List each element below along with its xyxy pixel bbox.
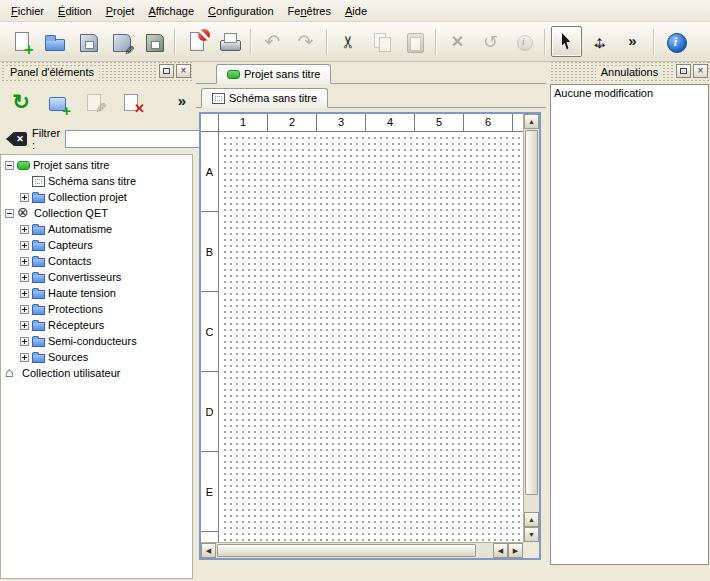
new-element-button[interactable] bbox=[43, 87, 73, 117]
project-tab-label: Projet sans titre bbox=[244, 68, 320, 80]
toolbar-separator bbox=[326, 29, 328, 55]
scroll-left-button[interactable]: ◀ bbox=[201, 543, 216, 558]
tree-item[interactable]: Récepteurs bbox=[1, 317, 192, 333]
expander-icon[interactable] bbox=[5, 209, 14, 218]
delete-element-button[interactable] bbox=[117, 87, 147, 117]
tree-item[interactable]: Automatisme bbox=[1, 221, 192, 237]
tree-item[interactable]: Schéma sans titre bbox=[1, 173, 192, 189]
edit-element-icon bbox=[83, 90, 107, 114]
close-dock-button[interactable]: × bbox=[176, 64, 191, 78]
expander-icon[interactable] bbox=[20, 289, 29, 298]
vertical-scrollbar[interactable]: ▲ ▲ ▼ bbox=[523, 114, 539, 542]
toolbar-overflow-button[interactable] bbox=[617, 26, 648, 57]
folder-icon bbox=[32, 290, 45, 299]
undo-dock-titlebar[interactable]: Annulations × bbox=[549, 62, 710, 81]
horizontal-scroll-thumb[interactable] bbox=[217, 544, 476, 557]
scroll-left-button[interactable]: ◀ bbox=[493, 543, 508, 558]
expander-icon[interactable] bbox=[20, 225, 29, 234]
new-file-button[interactable] bbox=[6, 26, 37, 57]
print-button[interactable] bbox=[214, 26, 245, 57]
toolbar-separator bbox=[174, 29, 176, 55]
about-button[interactable] bbox=[660, 26, 691, 57]
expander-icon[interactable] bbox=[20, 273, 29, 282]
save-button[interactable] bbox=[72, 26, 103, 57]
scroll-right-button[interactable]: ▶ bbox=[508, 543, 523, 558]
scroll-down-button[interactable]: ▼ bbox=[524, 527, 539, 542]
move-tool-button[interactable] bbox=[584, 26, 615, 57]
float-dock-button[interactable] bbox=[159, 64, 174, 78]
column-label: 5 bbox=[415, 114, 464, 131]
tab-schema-sans-titre[interactable]: Schéma sans titre bbox=[201, 88, 328, 108]
tree-item[interactable]: Contacts bbox=[1, 253, 192, 269]
elements-panel-dock: Panel d'éléments × Filtrer : Projet sans… bbox=[0, 62, 193, 581]
copy-button[interactable] bbox=[366, 26, 397, 57]
close-file-button[interactable] bbox=[181, 26, 212, 57]
schema-canvas[interactable] bbox=[220, 133, 523, 542]
tree-item[interactable]: Semi-conducteurs bbox=[1, 333, 192, 349]
schema-icon bbox=[32, 176, 45, 187]
reload-collections-button[interactable] bbox=[6, 87, 36, 117]
redo-button[interactable] bbox=[290, 26, 321, 57]
expander-icon[interactable] bbox=[20, 257, 29, 266]
menu-projet[interactable]: Projet bbox=[99, 2, 142, 20]
scroll-up-button[interactable]: ▲ bbox=[524, 512, 539, 527]
elements-panel-titlebar[interactable]: Panel d'éléments × bbox=[0, 62, 193, 81]
undo-history-item[interactable]: Aucune modification bbox=[554, 87, 705, 99]
tree-item[interactable]: Collection QET bbox=[1, 205, 192, 221]
toolbar-separator bbox=[653, 29, 655, 55]
rotate-button[interactable] bbox=[475, 26, 506, 57]
expander-icon[interactable] bbox=[20, 193, 29, 202]
undo-icon bbox=[261, 30, 285, 54]
tree-item[interactable]: Collection utilisateur bbox=[1, 365, 192, 381]
expander-icon[interactable] bbox=[20, 305, 29, 314]
float-dock-button[interactable] bbox=[676, 64, 691, 78]
close-dock-button[interactable]: × bbox=[693, 64, 708, 78]
menu-fichier[interactable]: Fichier bbox=[4, 2, 51, 20]
menu-aide[interactable]: Aide bbox=[338, 2, 374, 20]
delete-button[interactable] bbox=[442, 26, 473, 57]
tree-item[interactable]: Projet sans titre bbox=[1, 157, 192, 173]
expander-icon[interactable] bbox=[20, 321, 29, 330]
schema-tab-label: Schéma sans titre bbox=[229, 92, 317, 104]
panel-overflow-button[interactable] bbox=[173, 87, 191, 117]
menu-fenetres[interactable]: Fenêtres bbox=[281, 2, 338, 20]
save-as-button[interactable] bbox=[105, 26, 136, 57]
open-button[interactable] bbox=[39, 26, 70, 57]
folder-icon bbox=[32, 194, 45, 203]
paste-button[interactable] bbox=[399, 26, 430, 57]
tree-item[interactable]: Capteurs bbox=[1, 237, 192, 253]
menu-configuration[interactable]: Configuration bbox=[201, 2, 280, 20]
select-tool-button[interactable] bbox=[551, 26, 582, 57]
elements-tree: Projet sans titre Schéma sans titre Coll… bbox=[0, 154, 193, 579]
folder-icon bbox=[32, 226, 45, 235]
tree-item[interactable]: Protections bbox=[1, 301, 192, 317]
tree-item-label: Projet sans titre bbox=[33, 159, 109, 171]
close-icon: × bbox=[698, 66, 704, 76]
vertical-scroll-thumb[interactable] bbox=[525, 130, 538, 495]
clear-filter-icon[interactable] bbox=[6, 132, 27, 146]
chevron-right-icon bbox=[621, 30, 645, 54]
tree-item[interactable]: Collection projet bbox=[1, 189, 192, 205]
cut-button[interactable] bbox=[333, 26, 364, 57]
tree-item[interactable]: Convertisseurs bbox=[1, 269, 192, 285]
filter-input[interactable] bbox=[65, 130, 215, 148]
expander-icon[interactable] bbox=[20, 353, 29, 362]
expander-icon[interactable] bbox=[20, 337, 29, 346]
main-toolbar bbox=[0, 22, 710, 62]
horizontal-scrollbar[interactable]: ◀ ◀ ▶ bbox=[201, 542, 523, 558]
expander-icon[interactable] bbox=[20, 241, 29, 250]
info-button[interactable] bbox=[508, 26, 539, 57]
undo-history-list: Aucune modification bbox=[550, 84, 709, 565]
diagram-row-header: A B C D E bbox=[201, 132, 219, 542]
tree-item[interactable]: Haute tension bbox=[1, 285, 192, 301]
folder-icon bbox=[32, 306, 45, 315]
tree-item[interactable]: Sources bbox=[1, 349, 192, 365]
expander-icon[interactable] bbox=[5, 161, 14, 170]
tab-projet-sans-titre[interactable]: Projet sans titre bbox=[216, 64, 331, 84]
save-all-button[interactable] bbox=[138, 26, 169, 57]
edit-element-button[interactable] bbox=[80, 87, 110, 117]
scroll-up-button[interactable]: ▲ bbox=[524, 114, 539, 129]
undo-button[interactable] bbox=[257, 26, 288, 57]
menu-affichage[interactable]: Affichage bbox=[141, 2, 201, 20]
menu-edition[interactable]: Édition bbox=[51, 2, 99, 20]
